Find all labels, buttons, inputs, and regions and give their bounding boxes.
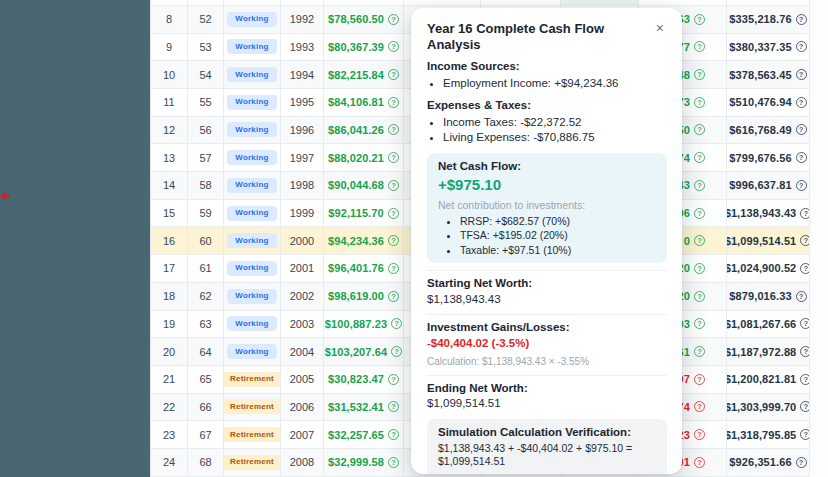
age-cell: 68 — [188, 449, 224, 477]
income-cell: $80,367.39? — [324, 34, 404, 62]
year-cell: 1996 — [281, 117, 324, 145]
help-icon[interactable]: ? — [388, 263, 399, 274]
help-icon[interactable]: ? — [388, 41, 399, 52]
help-icon[interactable]: ? — [388, 208, 399, 219]
help-icon[interactable]: ? — [796, 97, 807, 108]
help-icon[interactable]: ? — [388, 291, 399, 302]
investment-gains-value: -$40,404.02 (-3.5%) — [427, 337, 667, 351]
net-worth-cell: $996,637.81? — [727, 172, 810, 200]
age-cell: 54 — [188, 61, 224, 89]
help-icon[interactable]: ? — [800, 235, 810, 246]
help-icon[interactable]: ? — [694, 69, 705, 80]
help-icon[interactable]: ? — [796, 180, 807, 191]
verification-heading: Simulation Calculation Verification: — [438, 426, 656, 440]
help-icon[interactable]: ? — [388, 429, 399, 440]
help-icon[interactable]: ? — [388, 457, 399, 468]
help-icon[interactable]: ? — [694, 180, 705, 191]
help-icon[interactable]: ? — [694, 346, 705, 357]
net-worth-value: $996,637.81 — [729, 179, 791, 191]
net-contribution-subheading: Net contribution to investments: — [438, 199, 656, 212]
help-icon[interactable]: ? — [694, 152, 705, 163]
status-cell: Working — [224, 89, 281, 117]
status-badge: Working — [227, 178, 276, 193]
help-icon[interactable]: ? — [388, 97, 399, 108]
help-icon[interactable]: ? — [796, 124, 807, 135]
help-icon[interactable]: ? — [694, 124, 705, 135]
help-icon[interactable]: ? — [388, 152, 399, 163]
help-icon[interactable]: ? — [388, 14, 399, 25]
help-icon[interactable]: ? — [796, 69, 807, 80]
help-icon[interactable]: ? — [694, 291, 705, 302]
net-worth-value: $378,563.45 — [729, 69, 791, 81]
year-cell: 1992 — [281, 6, 324, 34]
help-icon[interactable]: ? — [388, 374, 399, 385]
help-icon[interactable]: ? — [800, 401, 810, 412]
cash-flow-modal: Year 16 Complete Cash Flow Analysis × In… — [411, 8, 682, 474]
contribution-list: RRSP: +$682.57 (70%) TFSA: +$195.02 (20%… — [460, 215, 656, 257]
income-value: $88,020.21 — [328, 152, 384, 164]
help-icon[interactable]: ? — [391, 318, 402, 329]
left-dark-panel — [0, 0, 150, 477]
help-icon[interactable]: ? — [694, 401, 705, 412]
status-cell: Working — [224, 338, 281, 366]
age-cell: 56 — [188, 117, 224, 145]
help-icon[interactable]: ? — [694, 263, 705, 274]
help-icon[interactable]: ? — [800, 318, 810, 329]
help-icon[interactable]: ? — [800, 429, 810, 440]
year-cell: 2004 — [281, 338, 324, 366]
help-icon[interactable]: ? — [796, 457, 807, 468]
year-cell: 2007 — [281, 421, 324, 449]
contribution-item: RRSP: +$682.57 (70%) — [460, 215, 656, 228]
net-cash-flow-box: Net Cash Flow: +$975.10 Net contribution… — [427, 153, 667, 263]
help-icon[interactable]: ? — [796, 14, 807, 25]
row-number-cell: 24 — [151, 449, 188, 477]
help-icon[interactable]: ? — [388, 180, 399, 191]
income-value: $32,257.65 — [328, 429, 384, 441]
help-icon[interactable]: ? — [694, 235, 705, 246]
help-icon[interactable]: ? — [694, 97, 705, 108]
row-number-cell: 10 — [151, 61, 188, 89]
age-cell: 67 — [188, 421, 224, 449]
help-icon[interactable]: ? — [388, 124, 399, 135]
income-cell: $103,207.64? — [324, 338, 404, 366]
help-icon[interactable]: ? — [388, 401, 399, 412]
row-number-cell: 16 — [151, 227, 188, 255]
status-cell: Working — [224, 283, 281, 311]
help-icon[interactable]: ? — [694, 318, 705, 329]
help-icon[interactable]: ? — [796, 41, 807, 52]
status-badge: Working — [227, 289, 276, 304]
help-icon[interactable]: ? — [694, 14, 705, 25]
income-cell: $86,041.26? — [324, 117, 404, 145]
row-number-cell: 13 — [151, 144, 188, 172]
status-cell: Retirement — [224, 394, 281, 422]
income-cell: $78,560.50? — [324, 6, 404, 34]
contribution-item: TFSA: +$195.02 (20%) — [460, 229, 656, 242]
income-value: $92,115.70 — [328, 207, 383, 219]
gains-calculation: Calculation: $1,138,943.43 × -3.55% — [427, 356, 667, 368]
income-cell: $100,887.23? — [324, 311, 404, 339]
income-cell: $31,532.41? — [324, 394, 404, 422]
help-icon[interactable]: ? — [800, 346, 810, 357]
close-icon[interactable]: × — [653, 19, 667, 37]
help-icon[interactable]: ? — [796, 152, 807, 163]
status-badge: Working — [227, 233, 276, 248]
help-icon[interactable]: ? — [388, 235, 399, 246]
help-icon[interactable]: ? — [694, 374, 705, 385]
net-worth-value: $1,024,900.52 — [727, 262, 796, 274]
income-value: $96,401.76 — [328, 262, 384, 274]
help-icon[interactable]: ? — [800, 208, 810, 219]
help-icon[interactable]: ? — [694, 429, 705, 440]
help-icon[interactable]: ? — [388, 69, 399, 80]
help-icon[interactable]: ? — [800, 374, 810, 385]
help-icon[interactable]: ? — [694, 41, 705, 52]
help-icon[interactable]: ? — [391, 346, 402, 357]
status-cell: Working — [224, 34, 281, 62]
row-number-cell: 21 — [151, 366, 188, 394]
income-value: $80,367.39 — [328, 41, 384, 53]
year-cell: 1993 — [281, 34, 324, 62]
help-icon[interactable]: ? — [796, 291, 807, 302]
help-icon[interactable]: ? — [694, 457, 705, 468]
help-icon[interactable]: ? — [694, 208, 705, 219]
help-icon[interactable]: ? — [800, 263, 810, 274]
status-badge: Working — [227, 122, 276, 137]
